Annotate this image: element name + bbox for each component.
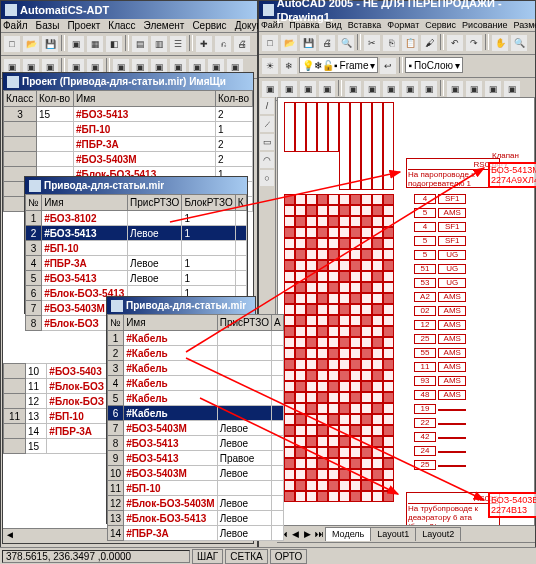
tb-open-icon[interactable]: 📂 xyxy=(22,35,40,53)
adt-titlebar[interactable]: AutomatiCS-ADT xyxy=(1,1,257,19)
tb-icon[interactable]: ▣ xyxy=(382,80,400,98)
grid-row[interactable]: 1#Кабель xyxy=(108,331,284,346)
menu-class[interactable]: Класс xyxy=(108,20,135,31)
snap-button[interactable]: ШАГ xyxy=(192,549,223,564)
col-k[interactable]: К xyxy=(235,195,246,211)
project-row[interactable]: 12#Блок-БОЗ xyxy=(4,394,107,409)
poly-icon[interactable]: ⟋ xyxy=(259,115,275,133)
menu-service[interactable]: Сервис xyxy=(192,20,226,31)
match-icon[interactable]: 🖌 xyxy=(420,34,438,52)
tb-icon[interactable]: ▣ xyxy=(446,80,464,98)
col-count[interactable]: Кол-во xyxy=(37,91,74,107)
menu-service[interactable]: Сервис xyxy=(425,20,456,30)
tb-icon[interactable]: ▣ xyxy=(299,80,317,98)
project-titlebar[interactable]: Проект (Привода-для-статьи.mir) ИмяЩи xyxy=(3,73,253,90)
tb-btn-icon[interactable]: ▦ xyxy=(86,35,104,53)
circle-icon[interactable]: ○ xyxy=(259,169,275,187)
tb-btn-icon[interactable]: ◧ xyxy=(105,35,123,53)
menu-project[interactable]: Проект xyxy=(67,20,100,31)
redo-icon[interactable]: ↷ xyxy=(465,34,483,52)
menu-format[interactable]: Формат xyxy=(387,20,419,30)
col-a[interactable]: А xyxy=(271,315,283,331)
menu-insert[interactable]: Вставка xyxy=(348,20,381,30)
project-row[interactable]: 1113#БП-10 xyxy=(4,409,107,424)
col-n[interactable]: № xyxy=(108,315,124,331)
project-row[interactable]: 10#БОЗ-5403 xyxy=(4,364,107,379)
copy-icon[interactable]: ⎘ xyxy=(382,34,400,52)
grid-row[interactable]: 2#Кабель xyxy=(108,346,284,361)
col-name[interactable]: Имя xyxy=(124,315,218,331)
adt-menubar[interactable]: Файл Базы Проект Класс Элемент Сервис До… xyxy=(1,19,257,33)
paste-icon[interactable]: 📋 xyxy=(401,34,419,52)
tb-icon[interactable]: ▣ xyxy=(401,80,419,98)
new-icon[interactable]: □ xyxy=(261,34,279,52)
menu-dim[interactable]: Размеры xyxy=(513,20,536,30)
col-pris[interactable]: ПрисРТЗО xyxy=(128,195,182,211)
col-name[interactable]: Имя xyxy=(42,195,128,211)
save-icon[interactable]: 💾 xyxy=(299,34,317,52)
menu-file[interactable]: Файл xyxy=(261,20,283,30)
grid-row[interactable]: 3#Кабель xyxy=(108,361,284,376)
grid-row[interactable]: 4#ПБР-3АЛевое1 xyxy=(26,256,247,271)
grid-row[interactable]: 5#Кабель xyxy=(108,391,284,406)
col-name[interactable]: Имя xyxy=(74,91,216,107)
tb-btn-icon[interactable]: ☰ xyxy=(169,35,187,53)
tab-model[interactable]: Модель xyxy=(325,527,371,541)
grid-row[interactable]: 9#БОЗ-5413Правое xyxy=(108,451,284,466)
menu-file[interactable]: Файл xyxy=(3,20,28,31)
project-row[interactable]: 15 xyxy=(4,439,107,454)
project-row[interactable]: 11#Блок-БОЗ xyxy=(4,379,107,394)
open-icon[interactable]: 📂 xyxy=(280,34,298,52)
project-row[interactable]: #БП-101 xyxy=(4,122,253,137)
grid-row[interactable]: 5#БОЗ-5413Левое1 xyxy=(26,271,247,286)
tab-layout1[interactable]: Layout1 xyxy=(370,527,416,541)
undo-icon[interactable]: ↶ xyxy=(446,34,464,52)
menu-edit[interactable]: Правка xyxy=(289,20,319,30)
layer-icon[interactable]: ☀ xyxy=(261,57,279,75)
col-pris[interactable]: ПрисРТЗО xyxy=(217,315,271,331)
tb-save-icon[interactable]: 💾 xyxy=(41,35,59,53)
tb-new-icon[interactable]: □ xyxy=(3,35,21,53)
grid-row[interactable]: 13#Блок-БОЗ-5413Левое xyxy=(108,511,284,526)
zoom-icon[interactable]: 🔍 xyxy=(510,34,528,52)
grid-row[interactable]: 4#Кабель xyxy=(108,376,284,391)
acad-titlebar[interactable]: AutoCAD 2005 - НЕ ДЛЯ ПЕРЕПРОДАЖИ - [Dra… xyxy=(259,1,535,19)
print-icon[interactable]: 🖨 xyxy=(318,34,336,52)
menu-draw[interactable]: Рисование xyxy=(462,20,507,30)
layer-prev-icon[interactable]: ↩ xyxy=(379,57,397,75)
grid-row[interactable]: 11#БП-10 xyxy=(108,481,284,496)
layer-dropdown[interactable]: 💡❄🔓▪ Frame ▾ xyxy=(299,57,378,73)
project-grid-lower[interactable]: 10#БОЗ-540311#Блок-БОЗ12#Блок-БОЗ1113#БП… xyxy=(3,363,107,454)
cut-icon[interactable]: ✂ xyxy=(363,34,381,52)
tb-icon[interactable]: ▣ xyxy=(344,80,362,98)
col-count2[interactable]: Кол-во xyxy=(216,91,253,107)
menu-element[interactable]: Элемент xyxy=(144,20,185,31)
grid-row[interactable]: 14#ПБР-3АЛевое xyxy=(108,526,284,541)
project-row[interactable]: 315#БОЗ-54132 xyxy=(4,107,253,122)
tb-icon[interactable]: ▣ xyxy=(465,80,483,98)
tb-btn-icon[interactable]: ▥ xyxy=(150,35,168,53)
tab-last-icon[interactable]: ⏭ xyxy=(313,529,325,539)
menu-view[interactable]: Вид xyxy=(326,20,342,30)
tb-btn-icon[interactable]: ⎌ xyxy=(214,35,232,53)
grid-row[interactable]: 1#БОЗ-81021 xyxy=(26,211,247,226)
tb-icon[interactable]: ▣ xyxy=(420,80,438,98)
project-row[interactable]: #БОЗ-5403М2 xyxy=(4,152,253,167)
rect-icon[interactable]: ▭ xyxy=(259,133,275,151)
grid-row[interactable]: 12#Блок-БОЗ-5403МЛевое xyxy=(108,496,284,511)
preview-icon[interactable]: 🔍 xyxy=(337,34,355,52)
tb-icon[interactable]: ▣ xyxy=(503,80,521,98)
grid-row[interactable]: 2#БОЗ-5413Левое1 xyxy=(26,226,247,241)
acad-menubar[interactable]: Файл Правка Вид Вставка Формат Сервис Ри… xyxy=(259,19,535,32)
tb-icon[interactable]: ▣ xyxy=(261,80,279,98)
acad-drawing-area[interactable]: RS001 На паропроводе к подогревателю 1 К… xyxy=(277,97,535,527)
tab-prev-icon[interactable]: ◀ xyxy=(289,529,301,539)
tb-icon[interactable]: ▣ xyxy=(484,80,502,98)
tb-btn-icon[interactable]: ▤ xyxy=(131,35,149,53)
project-row[interactable]: 14#ПБР-3А xyxy=(4,424,107,439)
menu-bases[interactable]: Базы xyxy=(36,20,60,31)
freeze-icon[interactable]: ❄ xyxy=(280,57,298,75)
grid-row[interactable]: 6#Кабель xyxy=(108,406,284,421)
tb-icon[interactable]: ▣ xyxy=(363,80,381,98)
grid-row[interactable]: 10#БОЗ-5403МЛевое xyxy=(108,466,284,481)
